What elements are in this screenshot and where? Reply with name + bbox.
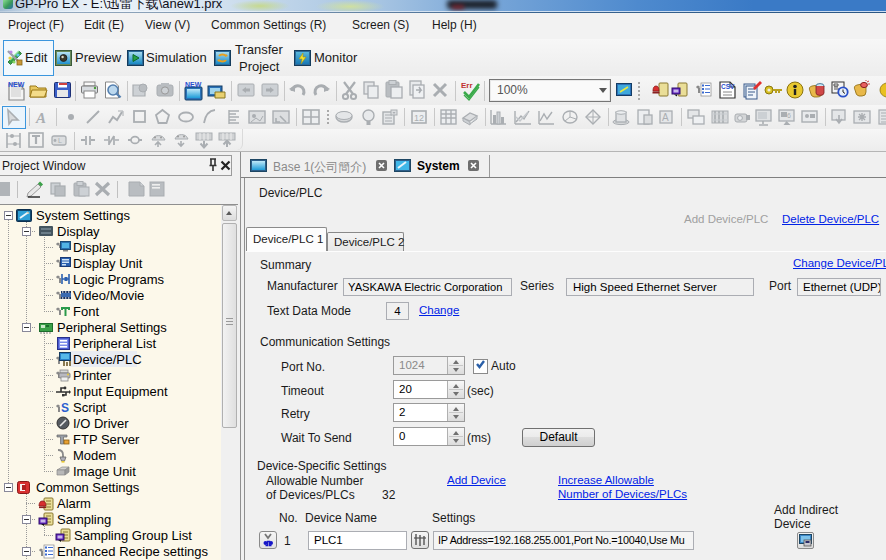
svg-text:NEW: NEW: [185, 81, 202, 88]
svg-text:Err: Err: [461, 81, 473, 90]
svg-text:S: S: [61, 401, 69, 415]
svg-text:L: L: [58, 137, 62, 144]
svg-text:A: A: [35, 110, 46, 126]
svg-text:6: 6: [787, 112, 791, 119]
svg-text:12: 12: [414, 113, 424, 123]
svg-text:NEW: NEW: [8, 81, 25, 88]
svg-text:CSV: CSV: [721, 83, 735, 90]
svg-text:A: A: [662, 112, 669, 123]
